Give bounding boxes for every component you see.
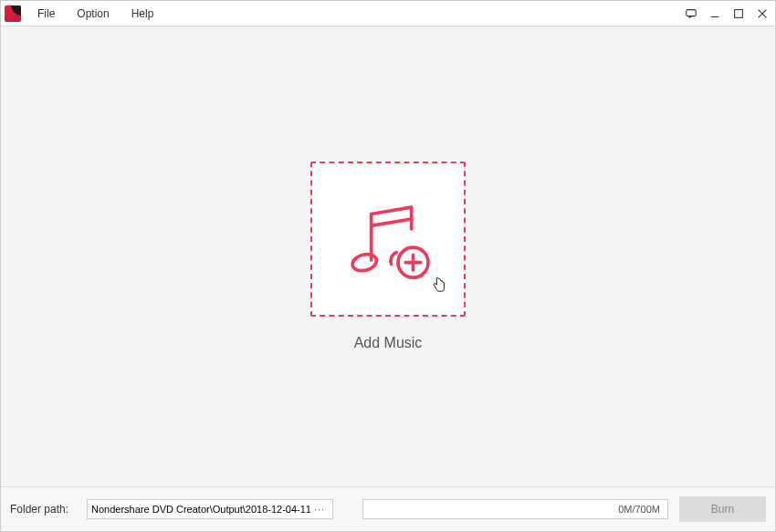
footer: Folder path: ··· 0M/700M Burn	[1, 487, 775, 531]
svg-rect-0	[687, 9, 697, 16]
app-logo-icon	[5, 5, 21, 22]
folder-path-field-wrap: ···	[87, 499, 333, 519]
browse-button[interactable]: ···	[310, 504, 329, 515]
progress-bar: 0M/700M	[362, 499, 668, 519]
menu-file[interactable]: File	[28, 4, 64, 24]
maximize-icon[interactable]	[731, 6, 746, 21]
burn-button[interactable]: Burn	[679, 496, 766, 522]
window-controls	[684, 6, 770, 21]
folder-path-input[interactable]	[91, 504, 310, 515]
progress-text: 0M/700M	[618, 504, 660, 515]
menu-help[interactable]: Help	[122, 4, 163, 24]
music-add-icon	[338, 189, 438, 289]
menu-option[interactable]: Option	[68, 4, 118, 24]
cursor-pointer-icon	[431, 276, 447, 293]
close-icon[interactable]	[755, 6, 770, 21]
add-music-label: Add Music	[354, 335, 423, 351]
add-music-dropzone[interactable]	[310, 162, 466, 317]
minimize-icon[interactable]	[708, 6, 722, 21]
stage: Add Music	[1, 26, 775, 487]
folder-path-label: Folder path:	[10, 503, 68, 516]
svg-rect-2	[735, 9, 743, 17]
svg-line-5	[372, 219, 412, 225]
titlebar: File Option Help	[1, 1, 775, 26]
feedback-icon[interactable]	[684, 6, 698, 21]
menu-bar: File Option Help	[28, 4, 163, 24]
